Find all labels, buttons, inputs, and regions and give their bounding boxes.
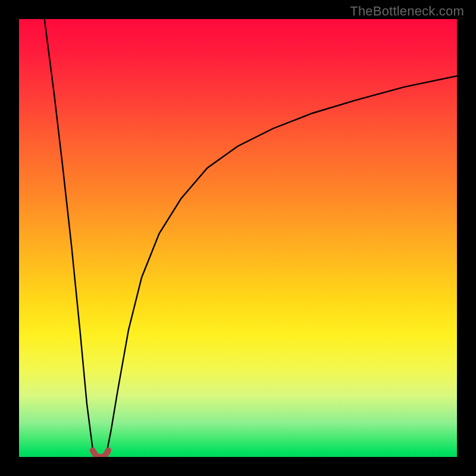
plot-area	[19, 19, 457, 457]
valley-marker	[93, 450, 108, 457]
chart-frame: TheBottleneck.com	[0, 0, 476, 476]
series-left-steep	[45, 19, 95, 457]
curve-layer	[19, 19, 457, 457]
series-right-asymptote	[106, 76, 457, 457]
watermark-text: TheBottleneck.com	[350, 4, 464, 19]
